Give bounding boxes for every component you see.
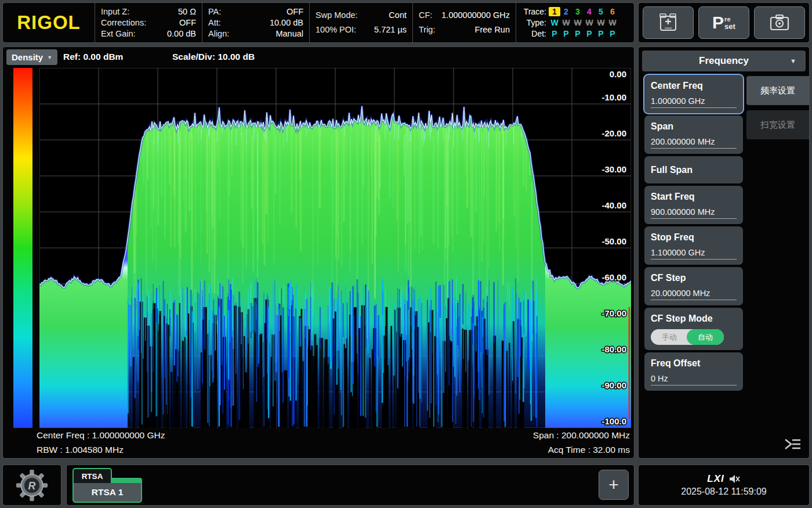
trace-type[interactable]: W xyxy=(595,18,607,27)
setting-label: 100% POI: xyxy=(316,23,356,37)
trace-detector[interactable]: P xyxy=(549,29,560,38)
chevron-down-icon: ▼ xyxy=(790,57,796,64)
trace-detector[interactable]: P xyxy=(560,29,572,38)
trace-detector[interactable]: P xyxy=(607,29,618,38)
toggle-option-manual[interactable]: 手动 xyxy=(651,329,688,345)
menu-expand-button[interactable] xyxy=(784,437,802,453)
setting-value: Cont xyxy=(389,8,407,23)
trace-detector[interactable]: P xyxy=(583,29,595,38)
menu-item-full-span[interactable]: Full Span xyxy=(644,156,743,183)
trace-detector[interactable]: P xyxy=(572,29,583,38)
side-tab-1[interactable]: 频率设置 xyxy=(746,76,809,105)
menu-item-span[interactable]: Span200.000000 MHz xyxy=(644,116,743,154)
trace-type[interactable]: W xyxy=(560,18,572,27)
y-axis-tick-label: -50.00 xyxy=(601,236,626,246)
setting-label: Align: xyxy=(208,28,229,39)
legend-row-label: Det: xyxy=(519,29,546,38)
setting-label: Trig: xyxy=(419,23,435,37)
preset-button[interactable]: P re set xyxy=(698,6,749,39)
menu-item-freq-offset[interactable]: Freq Offset0 Hz xyxy=(644,352,743,391)
setting-value: OFF xyxy=(179,17,196,28)
status-panel: LXI 2025-08-12 11:59:09 xyxy=(638,464,810,506)
menu-item-center-freq[interactable]: Center Freq1.000000 GHz xyxy=(644,75,743,113)
setting-value: Manual xyxy=(276,28,303,39)
menu-item-value[interactable]: 0 Hz xyxy=(651,374,737,385)
trace-type[interactable]: W xyxy=(572,18,583,27)
trace-number[interactable]: 5 xyxy=(595,7,607,16)
y-axis-tick-label: -90.00 xyxy=(601,380,626,390)
menu-item-start-freq[interactable]: Start Freq900.000000 MHz xyxy=(644,186,743,224)
setting-value: 10.00 dB xyxy=(270,17,303,28)
topbar-sections: Input Z:50 ΩCorrections:OFFExt Gain:0.00… xyxy=(95,3,516,42)
trace-type[interactable]: W xyxy=(607,18,618,27)
trace-detector[interactable]: P xyxy=(595,29,607,38)
lxi-status: LXI xyxy=(707,473,724,485)
setting-label: PA: xyxy=(208,6,221,17)
trace-number[interactable]: 4 xyxy=(583,7,595,16)
svg-text:R: R xyxy=(28,480,36,491)
topbar-section: PA:OFFAtt:10.00 dBAlign:Manual xyxy=(202,3,309,42)
spectrum-plot[interactable]: 0.00-10.00-20.00-30.00-40.00-50.00-60.00… xyxy=(39,68,631,428)
system-menu-button[interactable]: R xyxy=(2,464,61,506)
camera-icon xyxy=(769,13,790,32)
y-axis-tick-label: -20.00 xyxy=(601,128,626,138)
legend-row-label: Type: xyxy=(519,18,546,27)
y-axis-tick-label: -10.00 xyxy=(601,92,626,102)
chevron-down-icon: ▼ xyxy=(47,55,52,60)
center-freq-annotation: Center Freq : 1.000000000 GHz xyxy=(37,430,165,441)
setting-value: 50 Ω xyxy=(178,6,196,17)
rigol-logo: RIGOL xyxy=(3,3,95,42)
setting-label: Input Z: xyxy=(101,6,129,17)
multi-view-button[interactable]: view xyxy=(643,6,694,39)
topbar-section: CF:1.000000000 GHzTrig:Free Run xyxy=(412,3,516,42)
toggle-option-auto[interactable]: 自动 xyxy=(687,329,724,345)
topbar-section: Swp Mode:Cont100% POI:5.721 µs xyxy=(309,3,412,42)
rtsa-tab-group-label: RTSA xyxy=(72,468,112,483)
gear-icon: R xyxy=(16,469,48,502)
trace-number[interactable]: 3 xyxy=(572,7,583,16)
menu-item-value[interactable]: 20.000000 MHz xyxy=(651,289,737,300)
menu-item-label: Center Freq xyxy=(651,81,703,91)
rtsa-tab-title: RTSA 1 xyxy=(72,482,142,503)
menu-item-label: CF Step Mode xyxy=(651,314,713,323)
menu-item-stop-freq[interactable]: Stop Freq1.100000 GHz xyxy=(644,226,743,265)
side-tab-2[interactable]: 扫宽设置 xyxy=(746,110,809,139)
multi-view-icon: view xyxy=(657,13,679,33)
menu-item-label: Stop Freq xyxy=(651,232,694,242)
setting-value: 0.00 dB xyxy=(167,28,196,39)
setting-label: Ext Gain: xyxy=(101,28,136,39)
setting-value: OFF xyxy=(287,6,303,17)
frequency-menu-panel: Frequency ▼ Center Freq1.000000 GHzSpan2… xyxy=(638,46,810,459)
preset-icon: P re set xyxy=(712,14,735,31)
cf-step-mode-toggle[interactable]: 手动 自动 xyxy=(651,329,724,345)
trace-type[interactable]: W xyxy=(583,18,595,27)
y-axis-tick-label: -70.00 xyxy=(601,308,626,318)
trace-number[interactable]: 1 xyxy=(549,7,560,16)
menu-item-value[interactable]: 1.100000 GHz xyxy=(651,248,737,260)
display-mode-dropdown[interactable]: Density ▼ xyxy=(6,49,57,65)
trace-type[interactable]: W xyxy=(549,18,560,27)
menu-title-dropdown[interactable]: Frequency ▼ xyxy=(642,51,806,71)
trace-legend: Trace:123456Type:WWWWWWDet:PPPPPP xyxy=(516,3,634,42)
setting-label: Att: xyxy=(208,17,221,28)
menu-item-value[interactable]: 1.000000 GHz xyxy=(651,96,737,108)
rtsa-tab[interactable]: RTSA RTSA 1 xyxy=(72,468,142,503)
menu-item-value[interactable]: 900.000000 MHz xyxy=(651,207,737,219)
datetime-label: 2025-08-12 11:59:09 xyxy=(681,487,766,497)
setting-value: 5.721 µs xyxy=(374,23,407,37)
trace-number[interactable]: 6 xyxy=(607,7,618,16)
topbar-section: Input Z:50 ΩCorrections:OFFExt Gain:0.00… xyxy=(95,3,202,42)
menu-item-value[interactable]: 200.000000 MHz xyxy=(651,137,737,149)
menu-item-label: Span xyxy=(651,121,673,131)
setting-value: 1.000000000 GHz xyxy=(441,8,510,23)
menu-expand-icon xyxy=(784,437,802,451)
menu-item-cf-step[interactable]: CF Step20.000000 MHz xyxy=(644,267,743,305)
ref-level-label: Ref: 0.00 dBm xyxy=(63,52,123,62)
setting-label: Swp Mode: xyxy=(316,8,358,23)
trace-number[interactable]: 2 xyxy=(560,7,572,16)
add-mode-button[interactable]: + xyxy=(599,470,629,500)
scale-per-div-label: Scale/Div: 10.00 dB xyxy=(172,52,255,62)
menu-item-cf-step-mode[interactable]: CF Step Mode 手动 自动 xyxy=(644,308,743,350)
menu-items: Center Freq1.000000 GHzSpan200.000000 MH… xyxy=(639,75,746,393)
screenshot-button[interactable] xyxy=(754,6,805,39)
